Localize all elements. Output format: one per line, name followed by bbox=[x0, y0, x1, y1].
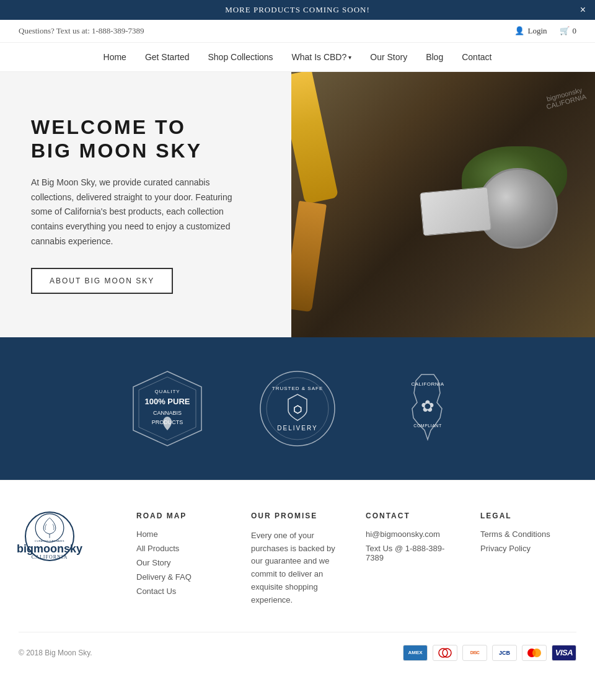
footer-link-all-products[interactable]: All Products bbox=[136, 544, 232, 553]
payment-icons: AMEX DISC JCB VISA bbox=[403, 645, 576, 661]
phone-text: Questions? Text us at: 1-888-389-7389 bbox=[19, 26, 144, 36]
svg-text:100% PURE: 100% PURE bbox=[145, 397, 190, 406]
trust-badges-section: QUALITY 100% PURE CANNABIS PRODUCTS TRUS… bbox=[0, 337, 595, 480]
payment-mastercard bbox=[522, 645, 547, 661]
nav-item-get-started[interactable]: Get Started bbox=[145, 52, 190, 62]
footer-legal-col: LEGAL Terms & Conditions Privacy Policy bbox=[480, 512, 576, 607]
footer-promise-col: OUR PROMISE Every one of your purchases … bbox=[251, 512, 347, 607]
product-card bbox=[420, 187, 491, 236]
footer-legal-title: LEGAL bbox=[480, 512, 576, 520]
hero-description: At Big Moon Sky, we provide curated cann… bbox=[31, 175, 254, 249]
svg-text:COMPLIANT: COMPLIANT bbox=[413, 423, 442, 428]
footer-copyright: © 2018 Big Moon Sky. bbox=[19, 649, 92, 657]
hero-cta-button[interactable]: ABOUT BIG MOON SKY bbox=[31, 268, 173, 294]
footer-link-home[interactable]: Home bbox=[136, 529, 232, 539]
svg-text:⬡: ⬡ bbox=[293, 404, 302, 415]
login-link[interactable]: 👤 Login bbox=[514, 26, 547, 36]
footer-bottom: © 2018 Big Moon Sky. AMEX DISC JCB VISA bbox=[19, 632, 576, 661]
cart-icon: 🛒 bbox=[560, 26, 570, 36]
svg-text:DELIVERY: DELIVERY bbox=[277, 425, 317, 432]
footer-roadmap-col: ROAD MAP Home All Products Our Story Del… bbox=[136, 512, 232, 607]
footer-phone: Text Us @ 1-888-389-7389 bbox=[366, 544, 462, 562]
logo-brand-name: bigmoonsky bbox=[17, 543, 82, 554]
footer-logo-area: CURATED CANNABIS bigmoonsky california bbox=[19, 512, 118, 607]
svg-text:QUALITY: QUALITY bbox=[154, 389, 180, 394]
svg-marker-0 bbox=[133, 371, 201, 446]
nav-item-shop-collections[interactable]: Shop Collections bbox=[208, 52, 273, 62]
hero-logo-watermark: bigmoonskyCALIFORNIA bbox=[544, 86, 587, 110]
payment-amex: AMEX bbox=[403, 645, 428, 661]
footer-roadmap-title: ROAD MAP bbox=[136, 512, 232, 520]
nav-item-blog[interactable]: Blog bbox=[426, 52, 443, 62]
footer-contact-title: CONTACT bbox=[366, 512, 462, 520]
hero-content: WELCOME TO BIG MOON SKY At Big Moon Sky,… bbox=[0, 72, 285, 337]
announcement-close-button[interactable]: × bbox=[580, 4, 586, 16]
svg-text:TRUSTED & SAFE: TRUSTED & SAFE bbox=[272, 386, 323, 391]
svg-text:✿: ✿ bbox=[421, 397, 434, 415]
nav-item-our-story[interactable]: Our Story bbox=[370, 52, 407, 62]
payment-diners bbox=[433, 645, 457, 661]
footer-link-privacy[interactable]: Privacy Policy bbox=[480, 544, 576, 553]
payment-jcb: JCB bbox=[492, 645, 517, 661]
footer-logo: CURATED CANNABIS bigmoonsky california bbox=[19, 512, 81, 561]
cart-link[interactable]: 🛒 0 bbox=[560, 26, 577, 36]
product-tube-yellow bbox=[291, 72, 338, 204]
compliant-badge-svg: ✿ CALIFORNIA COMPLIANT bbox=[387, 368, 468, 449]
announcement-text: MORE PRODUCTS COMING SOON! bbox=[225, 5, 370, 14]
user-icon: 👤 bbox=[514, 26, 524, 36]
footer: CURATED CANNABIS bigmoonsky california R… bbox=[0, 480, 595, 673]
chevron-down-icon: ▾ bbox=[348, 54, 351, 61]
footer-promise-title: OUR PROMISE bbox=[251, 512, 347, 520]
hero-title: WELCOME TO BIG MOON SKY bbox=[31, 115, 254, 163]
footer-promise-text: Every one of your purchases is backed by… bbox=[251, 529, 347, 607]
logo-circle: CURATED CANNABIS bigmoonsky california bbox=[25, 512, 74, 561]
payment-discover: DISC bbox=[462, 645, 487, 661]
footer-email: hi@bigmoonsky.com bbox=[366, 529, 462, 539]
quality-badge-svg: QUALITY 100% PURE CANNABIS PRODUCTS bbox=[127, 368, 208, 449]
nav-item-home[interactable]: Home bbox=[104, 52, 126, 62]
footer-link-our-story[interactable]: Our Story bbox=[136, 558, 232, 567]
trust-badge-delivery: TRUSTED & SAFE ⬡ DELIVERY bbox=[257, 368, 338, 449]
utility-right: 👤 Login 🛒 0 bbox=[514, 26, 576, 36]
utility-bar: Questions? Text us at: 1-888-389-7389 👤 … bbox=[0, 20, 595, 43]
footer-main: CURATED CANNABIS bigmoonsky california R… bbox=[19, 512, 576, 607]
cannabis-decoration: bigmoonskyCALIFORNIA bbox=[291, 72, 595, 337]
footer-link-terms[interactable]: Terms & Conditions bbox=[480, 529, 576, 539]
svg-text:CANNABIS: CANNABIS bbox=[153, 410, 182, 416]
product-tube-gold bbox=[291, 201, 327, 312]
hero-image: bigmoonskyCALIFORNIA bbox=[291, 72, 595, 337]
logo-icon: CURATED CANNABIS bbox=[31, 513, 68, 543]
nav-what-is-cbd-label: What Is CBD? bbox=[292, 52, 347, 62]
svg-text:CALIFORNIA: CALIFORNIA bbox=[411, 381, 444, 387]
footer-contact-col: CONTACT hi@bigmoonsky.com Text Us @ 1-88… bbox=[366, 512, 462, 607]
nav-item-what-is-cbd[interactable]: What Is CBD? ▾ bbox=[292, 52, 352, 62]
login-label: Login bbox=[527, 26, 547, 36]
footer-link-delivery[interactable]: Delivery & FAQ bbox=[136, 572, 232, 582]
footer-link-contact-us[interactable]: Contact Us bbox=[136, 587, 232, 596]
cart-count: 0 bbox=[573, 26, 577, 36]
main-nav: Home Get Started Shop Collections What I… bbox=[0, 43, 595, 72]
svg-text:CURATED CANNABIS: CURATED CANNABIS bbox=[35, 539, 64, 542]
announcement-bar: MORE PRODUCTS COMING SOON! × bbox=[0, 0, 595, 20]
payment-visa: VISA bbox=[552, 645, 576, 661]
delivery-badge-svg: TRUSTED & SAFE ⬡ DELIVERY bbox=[257, 368, 338, 449]
trust-badge-compliant: ✿ CALIFORNIA COMPLIANT bbox=[387, 368, 468, 449]
svg-marker-1 bbox=[139, 377, 196, 440]
nav-item-contact[interactable]: Contact bbox=[462, 52, 491, 62]
trust-badge-quality: QUALITY 100% PURE CANNABIS PRODUCTS bbox=[127, 368, 208, 449]
hero-section: bigmoonskyCALIFORNIA WELCOME TO BIG MOON… bbox=[0, 72, 595, 337]
logo-sub-text: california bbox=[32, 554, 68, 560]
